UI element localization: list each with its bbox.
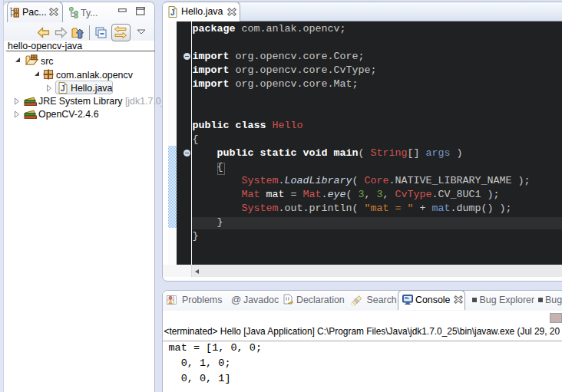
svg-text:J: J: [170, 8, 175, 17]
svg-text:J: J: [61, 84, 65, 93]
